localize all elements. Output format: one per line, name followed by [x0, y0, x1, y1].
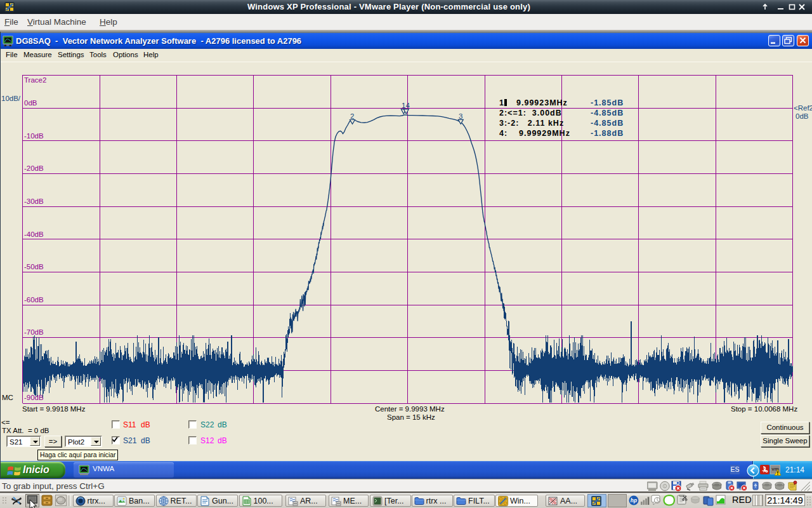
svg-text:hp: hp: [631, 497, 637, 504]
